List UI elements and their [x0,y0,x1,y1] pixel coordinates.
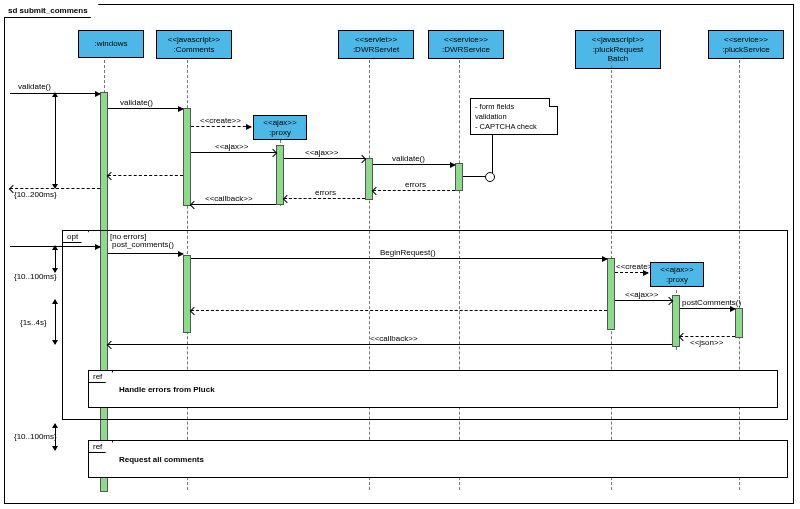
fragment-ref2-label: ref [89,441,113,453]
participant-pluckservice: <<service>> :pluckService [708,30,784,59]
participant-stereotype: <<service>> [444,35,488,44]
participant-stereotype: <<ajax>> [263,118,296,127]
msg-create-proxy1 [191,126,251,127]
note-connector-h [463,176,485,177]
time-span-2 [50,246,60,272]
participant-label: :DWRService [442,45,490,54]
time-constraint-3: {1s..4s} [20,318,47,327]
msg-callback1 [191,204,276,205]
msg-label-callback1: <<callback>> [205,194,253,203]
note-line: - CAPTCHA check [475,122,537,131]
msg-label-validate-svc: validate() [392,154,425,163]
participant-label: :proxy [666,275,688,284]
participant-windows: :windows [78,30,144,58]
msg-label-errors2: errors [315,188,336,197]
msg-json [680,336,735,337]
msg-label-callback2: <<callback>> [370,334,418,343]
msg-label-validate-comments: validate() [120,98,153,107]
activation-comments [183,108,191,206]
time-span-3 [50,300,60,344]
msg-callback2 [108,344,672,345]
participant-dwrservice: <<service>> :DWRService [428,30,504,59]
msg-label-ajax1: <<ajax>> [215,142,248,151]
msg-label-post-comments2: postComments() [682,298,741,307]
fragment-ref1: ref Handle errors from Pluck [88,370,778,408]
msg-post-comments-fwd [108,253,183,254]
participant-label: :pluckService [722,45,770,54]
msg-label-errors1: errors [405,180,426,189]
participant-label: :proxy [269,128,291,137]
participant-stereotype: <<service>> [724,35,768,44]
msg-errors1 [373,190,455,191]
msg-post-comments2 [680,308,735,309]
fragment-ref2-text: Request all comments [119,455,204,464]
fragment-opt-label: opt [63,231,89,243]
participant-label: :pluckRequest Batch [593,45,644,64]
msg-ajax3 [615,300,672,301]
found-msg-circle [485,172,495,182]
participant-proxy1: <<ajax>> :proxy [253,115,307,140]
participant-stereotype: <<ajax>> [660,265,693,274]
activation-dwrservlet [365,158,373,200]
msg-validate-comments [108,108,183,109]
activation-proxy1 [276,145,284,205]
msg-label-json: <<json>> [690,338,723,347]
msg-errors2 [284,198,365,199]
participant-pluckbatch: <<javascript>> :pluckRequest Batch [575,30,661,69]
msg-ajax2 [284,158,365,159]
note-line: - form fields [475,102,514,111]
time-constraint-1: {10..200ms} [14,190,57,199]
time-constraint-4: {10..100ms} [14,432,57,441]
participant-dwrservlet: <<servlet>> :DWRServlet [338,30,414,59]
fragment-ref1-text: Handle errors from Pluck [119,385,215,394]
msg-label-validate-in: validate() [18,82,51,91]
msg-validate-svc [373,164,455,165]
note-validation: - form fields validation - CAPTCHA check [470,98,558,135]
msg-ajax1 [191,152,276,153]
note-line: validation [475,112,507,121]
participant-stereotype: <<javascript>> [592,35,644,44]
msg-create-proxy2 [615,272,648,273]
participant-label: :DWRServlet [353,45,399,54]
activation-dwrservice [455,163,463,191]
participant-label: :Comments [174,45,215,54]
msg-begin-request [191,258,607,259]
msg-label-ajax2: <<ajax>> [305,148,338,157]
fragment-ref2: ref Request all comments [88,440,788,478]
participant-label: :windows [95,39,128,48]
msg-label-create1: <<create>> [200,116,241,125]
participant-stereotype: <<javascript>> [168,35,220,44]
note-connector-v [492,135,493,173]
time-constraint-2: {10..100ms} [14,272,57,281]
msg-return-batch [191,310,607,311]
fragment-ref1-label: ref [89,371,113,383]
msg-return-windows [108,175,183,176]
msg-label-ajax3: <<ajax>> [625,290,658,299]
participant-stereotype: <<servlet>> [355,35,397,44]
diagram-title: sd submit_commens [4,4,99,18]
participant-comments: <<javascript>> :Comments [156,30,232,59]
time-span-1 [50,93,60,188]
msg-label-begin-request: BeginRequest() [380,248,436,257]
participant-proxy2: <<ajax>> :proxy [650,262,704,287]
msg-label-post-comments: post_comments() [112,240,174,249]
